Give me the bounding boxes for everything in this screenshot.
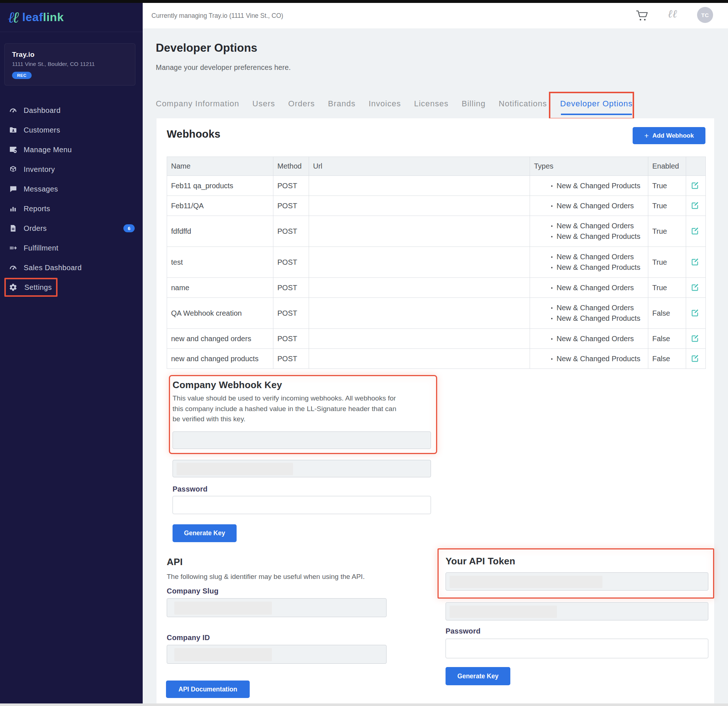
company-address: 1111 Vine St., Boulder, CO 11211 (12, 61, 128, 67)
rec-badge: REC (12, 72, 32, 79)
sidebar-item-inventory[interactable]: Inventory (0, 159, 143, 179)
leaflink-mark-icon[interactable]: ℓℓ (668, 7, 677, 20)
api-token-field[interactable] (446, 572, 708, 590)
leaflink-wordmark: leaflink (22, 10, 64, 24)
edit-webhook-icon[interactable] (690, 308, 700, 318)
tab-brands[interactable]: Brands (328, 99, 355, 109)
sidebar-item-reports[interactable]: Reports (0, 199, 143, 218)
screenshot-bottom-border (0, 703, 728, 706)
customers-folder-icon (9, 126, 17, 135)
col-actions (686, 157, 706, 176)
sidebar-nav: Dashboard Customers Manage Menu Inventor… (0, 100, 143, 297)
company-name: Tray.io (12, 51, 128, 59)
col-name: Name (167, 157, 273, 176)
webhook-password-input[interactable] (173, 496, 431, 514)
api-token-title: Your API Token (446, 556, 516, 567)
token-generate-key-button[interactable]: Generate Key (446, 667, 510, 685)
tab-orders[interactable]: Orders (288, 99, 315, 109)
tab-billing[interactable]: Billing (462, 99, 485, 109)
redacted-value (176, 463, 293, 475)
col-types: Types (530, 157, 648, 176)
webhook-password-label: Password (173, 485, 208, 493)
edit-webhook-icon[interactable] (690, 283, 700, 292)
edit-webhook-icon[interactable] (690, 354, 700, 363)
company-card[interactable]: Tray.io 1111 Vine St., Boulder, CO 11211… (4, 43, 136, 85)
sidebar-item-fulfillment[interactable]: Fulfillment (0, 238, 143, 258)
settings-tabs: Company Information Users Orders Brands … (156, 99, 633, 109)
redacted-value (449, 606, 557, 618)
currently-managing-text: Currently managing Tray.io (1111 Vine St… (152, 3, 283, 28)
redacted-value (449, 576, 602, 588)
messages-chat-icon (9, 185, 17, 193)
topbar: Currently managing Tray.io (1111 Vine St… (143, 3, 728, 28)
table-row: fdfdffdPOST New & Changed OrdersNew & Ch… (167, 216, 706, 247)
redacted-value (174, 602, 272, 615)
add-webhook-button[interactable]: +Add Webhook (633, 127, 705, 144)
settings-highlight-box: Settings (4, 278, 58, 297)
orders-document-icon (9, 224, 17, 233)
token-password-label: Password (446, 627, 481, 635)
tab-licenses[interactable]: Licenses (414, 99, 448, 109)
reports-bar-chart-icon (9, 204, 17, 213)
cart-icon[interactable] (635, 9, 650, 23)
table-row: Feb11 qa_productsPOST New & Changed Prod… (167, 176, 706, 196)
edit-webhook-icon[interactable] (690, 201, 700, 210)
leaflink-logo[interactable]: ℓℓ leaflink (0, 3, 143, 32)
sales-dashboard-gauge-icon (9, 263, 17, 272)
leaflink-glyph-icon: ℓℓ (8, 10, 19, 25)
dashboard-gauge-icon (9, 106, 17, 115)
sidebar-item-sales-dashboard[interactable]: Sales Dashboard (0, 258, 143, 278)
sidebar-item-dashboard[interactable]: Dashboard (0, 100, 143, 120)
table-row: namePOST New & Changed Orders True (167, 278, 706, 298)
col-url: Url (309, 157, 530, 176)
webhooks-heading: Webhooks (167, 128, 221, 140)
tab-invoices[interactable]: Invoices (369, 99, 401, 109)
api-token-secondary-field[interactable] (446, 602, 708, 621)
orders-count-badge: 6 (123, 224, 135, 232)
sidebar-item-manage-menu[interactable]: Manage Menu (0, 140, 143, 159)
sidebar: ℓℓ leaflink Tray.io 1111 Vine St., Bould… (0, 3, 143, 703)
company-id-field[interactable] (167, 645, 387, 664)
page-title: Developer Options (156, 42, 257, 55)
table-row: testPOST New & Changed OrdersNew & Chang… (167, 247, 706, 278)
webhooks-table: Name Method Url Types Enabled Feb11 qa_p… (167, 156, 706, 369)
tab-notifications[interactable]: Notifications (499, 99, 547, 109)
token-password-input[interactable] (446, 639, 708, 658)
company-webhook-key-description: This value should be used to verify inco… (173, 393, 398, 425)
company-webhook-key-title: Company Webhook Key (173, 379, 282, 391)
company-id-label: Company ID (167, 634, 210, 642)
tab-developer-options[interactable]: Developer Options (560, 99, 633, 109)
sidebar-item-customers[interactable]: Customers (0, 120, 143, 140)
sidebar-item-orders[interactable]: Orders 6 (0, 218, 143, 238)
redacted-value (174, 648, 272, 661)
table-row: QA Webhook creationPOST New & Changed Or… (167, 298, 706, 329)
manage-menu-icon (9, 145, 17, 154)
page-subtitle: Manage your developer preferences here. (156, 64, 291, 72)
table-row: Feb11/QAPOST New & Changed Orders True (167, 196, 706, 216)
avatar[interactable]: TC (697, 7, 713, 23)
edit-webhook-icon[interactable] (690, 258, 700, 267)
tab-company-information[interactable]: Company Information (156, 99, 239, 109)
webhook-key-secondary-field[interactable] (173, 460, 431, 477)
company-slug-field[interactable] (167, 598, 387, 617)
plus-icon: + (644, 132, 649, 140)
edit-webhook-icon[interactable] (690, 226, 700, 236)
sidebar-item-messages[interactable]: Messages (0, 179, 143, 199)
tab-users[interactable]: Users (252, 99, 275, 109)
edit-webhook-icon[interactable] (690, 334, 700, 343)
settings-gear-icon (9, 283, 17, 292)
table-row: new and changed productsPOST New & Chang… (167, 349, 706, 369)
table-row: new and changed ordersPOST New & Changed… (167, 329, 706, 349)
webhook-generate-key-button[interactable]: Generate Key (173, 524, 237, 542)
edit-webhook-icon[interactable] (690, 181, 700, 190)
api-documentation-button[interactable]: API Documentation (166, 680, 250, 698)
company-slug-label: Company Slug (167, 587, 218, 595)
inventory-box-icon (9, 165, 17, 174)
fulfillment-arrow-icon (9, 244, 17, 252)
webhook-key-field[interactable] (173, 431, 431, 449)
col-method: Method (273, 157, 309, 176)
sidebar-item-settings[interactable]: Settings (0, 278, 143, 297)
webhooks-header-row: Name Method Url Types Enabled (167, 157, 706, 176)
screenshot-top-border (0, 0, 728, 3)
col-enabled: Enabled (648, 157, 686, 176)
